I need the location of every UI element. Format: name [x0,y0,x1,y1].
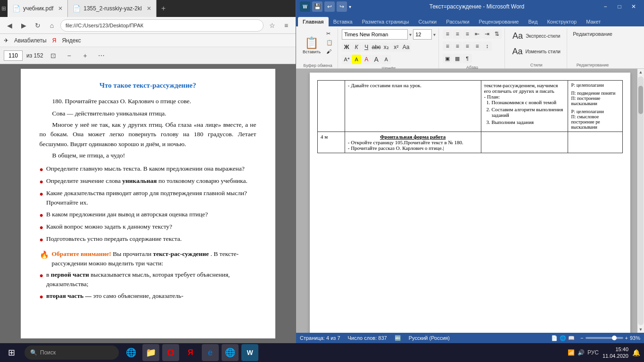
tab-insert[interactable]: Вставка [329,17,357,26]
change-styles-button[interactable]: Aa Изменить стили [510,45,562,58]
zoom-thumb[interactable] [612,336,617,340]
language-indicator[interactable]: РУС [587,349,599,356]
clear-format-button[interactable]: Aa [401,42,411,52]
express-styles-button[interactable]: Aa Экспресс-стили [510,29,562,43]
taskbar-cortana[interactable]: 🌐 [123,344,140,361]
taskbar-word[interactable]: W [241,344,258,361]
scroll-up-button[interactable]: ▲ [637,69,644,75]
search-bar[interactable]: 🔍 Поиск [25,346,119,360]
zoom-slider[interactable] [586,337,623,339]
zoom-in-button[interactable]: + [79,49,91,62]
network-icon[interactable]: 📶 [568,349,575,356]
align-right-button[interactable]: ≡ [462,41,472,51]
volume-icon[interactable]: 🔊 [578,349,585,356]
multilevel-list-button[interactable]: ≡ [462,29,472,39]
reload-button[interactable]: ↻ [32,20,43,31]
forward-button[interactable]: ▶ [18,20,29,31]
font-size-dropdown[interactable]: ▾ [433,32,436,37]
tab-design[interactable]: Конструктор [542,17,581,26]
underline-button[interactable]: Ч [362,42,371,52]
font-size-shrink-button[interactable]: A [381,55,391,64]
new-tab-button[interactable]: + [157,0,171,17]
close-button[interactable]: ✕ [627,0,640,13]
borders-button[interactable]: ▦ [453,54,462,63]
express-styles-icon: Aa [512,31,523,41]
more-options-button[interactable]: ⋯ [95,49,107,62]
font-name-input[interactable] [342,29,408,40]
format-paint-button[interactable]: 🖌 [324,47,335,56]
taskbar-yandex[interactable]: Я [182,344,199,361]
line-spacing-button[interactable]: ↕ [482,41,492,51]
zoom-out-button[interactable]: − [63,49,75,62]
bookmark-yandex[interactable]: Яндекс [62,37,81,44]
plan-intro: - Давайте составим план на урок. [348,82,478,88]
read-view-button[interactable]: 📖 [568,335,575,341]
undo-button[interactable]: ↩ [324,1,335,12]
shading-button[interactable]: ▣ [443,54,452,63]
taskbar-chrome[interactable]: 🌐 [222,344,239,361]
font-size-input[interactable] [413,29,432,40]
zoom-in-status-button[interactable]: + [625,335,628,341]
italic-button[interactable]: К [352,42,361,52]
text-effects-button[interactable]: A⁴ [342,55,351,64]
home-button[interactable]: ⌂ [46,20,58,31]
taskbar-file-explorer[interactable]: 📁 [142,344,159,361]
tab-review[interactable]: Рецензирование [474,17,524,26]
redo-button[interactable]: ↪ [337,1,347,12]
print-view-button[interactable]: 📄 [551,335,558,341]
tab-page-layout[interactable]: Разметка страницы [357,17,414,26]
tab-references[interactable]: Ссылки [413,17,441,26]
quick-access-more[interactable]: ▾ [349,4,351,9]
align-center-button[interactable]: ≡ [453,41,462,51]
status-language[interactable]: Русский (Россия) [409,335,450,341]
font-size-grow-button[interactable]: A [372,55,381,64]
web-view-button[interactable]: 🌐 [560,335,566,341]
align-left-button[interactable]: ≡ [443,41,452,51]
bullets-button[interactable]: ≡ [443,29,452,39]
scroll-thumb[interactable] [638,86,643,114]
bookmark-aviabilety[interactable]: Авиабилеты [14,37,47,44]
bookmark-button[interactable]: ☆ [266,20,278,31]
taskbar-opera[interactable]: O [162,344,179,361]
start-button[interactable]: ⊞ [0,343,23,362]
vertical-scrollbar[interactable]: ▲ ▼ [637,69,644,333]
spell-check-icon[interactable]: 🔤 [395,335,401,341]
address-input[interactable] [60,19,264,32]
align-justify-button[interactable]: ≡ [472,41,482,51]
tab-mailings[interactable]: Рассылки [441,17,474,26]
superscript-button[interactable]: x² [391,42,401,52]
taskbar-edge[interactable]: e [202,344,219,361]
paste-button[interactable]: 📋 Вставить [301,29,322,62]
maximize-button[interactable]: □ [613,0,626,13]
tab-1-close-icon[interactable]: ✕ [58,5,63,12]
tab-layout[interactable]: Макет [581,17,605,26]
copy-button[interactable]: 📋 [324,38,335,47]
sort-button[interactable]: ⇅ [492,29,502,39]
tab-view[interactable]: Вид [524,17,543,26]
scroll-down-button[interactable]: ▼ [637,326,644,333]
cut-button[interactable]: ✂ [324,29,335,38]
pdf-tab-1[interactable]: 📄 учебник.pdf ✕ [8,0,68,17]
editing-btn-1[interactable]: Редактирование [571,29,614,39]
strikethrough-button[interactable]: abc [372,42,381,52]
subscript-button[interactable]: x₂ [381,42,391,52]
page-number-input[interactable] [4,50,23,61]
indent-decrease-button[interactable]: ⇤ [472,29,482,39]
back-button[interactable]: ◀ [4,20,15,31]
fit-page-button[interactable]: ⊡ [47,49,59,62]
notifications-button[interactable]: 🔔 [632,349,640,356]
indent-increase-button[interactable]: ⇥ [482,29,492,39]
save-button[interactable]: 💾 [312,1,322,12]
numbering-button[interactable]: ≡ [453,29,462,39]
pdf-tab-2[interactable]: 📄 1355_2-russkiy-yaz-2kl ✕ [68,0,156,17]
paragraph-marks-button[interactable]: ¶ [462,54,472,63]
zoom-out-status-button[interactable]: − [580,335,583,341]
tab-home[interactable]: Главная [298,17,329,26]
bold-button[interactable]: Ж [342,42,351,52]
tab-2-close-icon[interactable]: ✕ [147,5,151,12]
font-name-dropdown[interactable]: ▾ [409,32,412,37]
text-highlight-button[interactable]: A [352,55,361,64]
minimize-button[interactable]: − [599,0,612,13]
settings-button[interactable]: ≡ [281,20,292,31]
font-color-button[interactable]: A [362,55,371,64]
